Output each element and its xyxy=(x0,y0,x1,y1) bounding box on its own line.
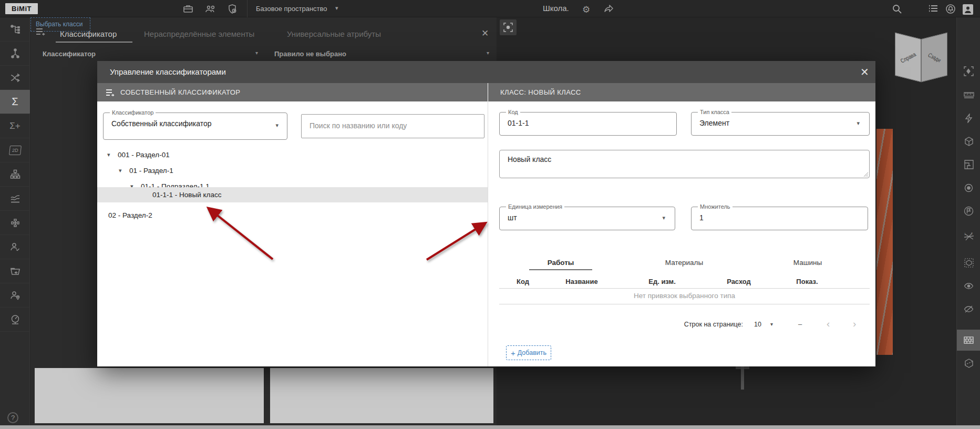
notifications-icon[interactable] xyxy=(945,4,957,14)
workspace-selector[interactable]: Базовое пространство xyxy=(256,5,327,13)
sigma-plus-icon: Σ+ xyxy=(9,121,20,131)
tree-search-placeholder: Поиск по названию или коду xyxy=(310,121,407,130)
unit-select[interactable]: Единица измерения шт ▾ xyxy=(499,207,675,230)
tab-universal-attributes[interactable]: Универсальные атрибуты xyxy=(287,29,381,38)
col-indicator: Показ. xyxy=(786,278,828,285)
tree-search-input[interactable]: Поиск по названию или коду xyxy=(301,114,484,138)
classifier-select-value: Собственный классификатор xyxy=(111,119,212,128)
chevron-down-icon: ▾ xyxy=(662,214,665,221)
plugins-button[interactable] xyxy=(0,211,30,235)
caret-down-icon[interactable]: ▾ xyxy=(119,167,122,174)
topbar-divider xyxy=(247,0,247,17)
view-cube-face-back[interactable]: Сзади xyxy=(921,33,947,82)
chevron-down-icon[interactable]: ▾ xyxy=(770,321,773,327)
tab-machines[interactable]: Машины xyxy=(776,259,839,267)
floorplan-button[interactable] xyxy=(957,154,980,175)
show-button[interactable] xyxy=(957,275,980,297)
charts-button[interactable] xyxy=(0,187,30,211)
code-field[interactable]: Код 01-1-1 xyxy=(499,112,677,136)
user-location-button[interactable] xyxy=(0,283,30,308)
dialog-close-icon[interactable]: ✕ xyxy=(860,66,869,78)
briefcase-icon[interactable] xyxy=(183,4,194,14)
left-panel-title: СОБСТВЕННЫЙ КЛАССИФИКАТОР xyxy=(120,88,240,96)
import-folder-button[interactable] xyxy=(0,259,30,283)
col-consumption: Расход xyxy=(718,278,760,285)
tree-item[interactable]: ▾ 001 - Раздел-01 xyxy=(97,147,488,162)
hide-button[interactable] xyxy=(957,299,980,320)
multiplier-field[interactable]: Множитель 1 xyxy=(691,207,868,230)
project-title: Школа. xyxy=(543,4,569,13)
sort-menu-icon[interactable] xyxy=(106,89,115,96)
structure-button[interactable] xyxy=(0,162,30,187)
chevron-down-icon[interactable]: ▾ xyxy=(255,50,258,56)
view-cube[interactable]: Справа Сзади xyxy=(893,30,951,94)
building-model-fragment xyxy=(876,129,893,355)
right-panel-header: КЛАСС: НОВЫЙ КЛАСС xyxy=(488,83,875,101)
dialog-title: Управление классификаторами xyxy=(110,67,226,76)
estimates-add-button[interactable]: Σ+ xyxy=(0,114,30,138)
class-type-select[interactable]: Тип класса Элемент ▾ xyxy=(691,112,870,136)
help-button[interactable]: ? xyxy=(7,412,18,423)
section-planes-button[interactable]: 12 xyxy=(957,226,980,247)
shuffle-icon xyxy=(10,73,20,83)
panel-close-icon[interactable]: ✕ xyxy=(481,28,489,39)
materials-display-button[interactable] xyxy=(957,330,980,351)
panel-menu-icon[interactable] xyxy=(36,28,46,36)
list-icon[interactable] xyxy=(928,4,940,14)
approvals-button[interactable] xyxy=(0,235,30,259)
class-name-textarea[interactable]: Новый класс xyxy=(499,150,870,178)
gear-icon[interactable]: ⚙ xyxy=(582,4,594,15)
rows-per-page-label: Строк на странице: xyxy=(627,321,743,328)
shield-clock-icon[interactable] xyxy=(227,4,239,14)
unit-label: Единица измерения xyxy=(506,203,564,210)
flip-plane-button[interactable] xyxy=(957,108,980,129)
measure-button[interactable] xyxy=(957,85,980,106)
relations-button[interactable] xyxy=(0,42,30,66)
section-box-button[interactable] xyxy=(957,131,980,152)
prev-page-button[interactable]: ‹ xyxy=(827,318,830,330)
view-cube-face-right[interactable]: Справа xyxy=(895,33,921,82)
classifier-select[interactable]: Классификатор Собственный классификатор … xyxy=(103,113,287,140)
classifier-select-label: Классификатор xyxy=(110,109,156,116)
branch-icon xyxy=(11,48,20,59)
clip-model-button[interactable] xyxy=(957,353,980,374)
select-region-button[interactable] xyxy=(957,60,980,81)
chevron-down-icon[interactable]: ▾ xyxy=(335,5,338,12)
tab-unassigned-elements[interactable]: Нераспределённые элементы xyxy=(144,29,254,38)
mapping-button[interactable] xyxy=(0,66,30,90)
tree-item[interactable]: 02 - Раздел-2 xyxy=(97,208,488,223)
focus-selection-button[interactable] xyxy=(500,19,517,35)
search-icon[interactable] xyxy=(892,4,903,14)
tab-classifier[interactable]: Классификатор xyxy=(60,29,117,38)
caret-down-icon[interactable]: ▾ xyxy=(107,151,110,158)
flag-button[interactable] xyxy=(957,200,980,221)
rule-dropdown[interactable]: Правило не выбрано xyxy=(274,50,346,58)
top-bar: BiMiT Базовое пространство ▾ Школа. ⚙ xyxy=(0,0,980,17)
tree-item-selected[interactable]: 01-1-1 - Новый класс xyxy=(97,187,488,202)
left-panel-header: СОБСТВЕННЫЙ КЛАССИФИКАТОР xyxy=(97,83,488,101)
model-tree-button[interactable] xyxy=(0,17,30,42)
classifier-dropdown[interactable]: Классификатор xyxy=(43,50,96,58)
user-avatar-icon[interactable] xyxy=(962,4,974,14)
add-binding-button[interactable]: + Добавить xyxy=(506,345,551,360)
chevron-down-icon[interactable]: ▾ xyxy=(487,50,489,56)
drawings-2d-button[interactable]: 2D xyxy=(0,138,30,162)
team-icon[interactable] xyxy=(205,4,216,14)
classifier-management-dialog: Управление классификаторами ✕ СОБСТВЕННЫ… xyxy=(97,61,875,366)
multiplier-value: 1 xyxy=(699,213,704,222)
dashboard-button[interactable] xyxy=(0,308,30,332)
gauge-icon xyxy=(10,314,20,325)
tab-works[interactable]: Работы xyxy=(529,259,592,267)
user-check-icon xyxy=(10,242,20,252)
estimates-button[interactable]: Σ xyxy=(0,90,30,114)
code-field-label: Код xyxy=(506,109,520,115)
rows-per-page-select[interactable]: 10 xyxy=(754,321,761,328)
hidden-cube-button[interactable] xyxy=(957,252,980,273)
target-button[interactable] xyxy=(957,177,980,198)
tab-materials[interactable]: Материалы xyxy=(653,259,716,267)
dialog-titlebar[interactable]: Управление классификаторами ✕ xyxy=(97,61,875,83)
next-page-button[interactable]: › xyxy=(853,318,856,330)
tree-item[interactable]: ▾ 01 - Раздел-1 xyxy=(97,163,488,178)
share-icon[interactable] xyxy=(603,4,615,14)
resize-handle[interactable] xyxy=(864,172,868,177)
